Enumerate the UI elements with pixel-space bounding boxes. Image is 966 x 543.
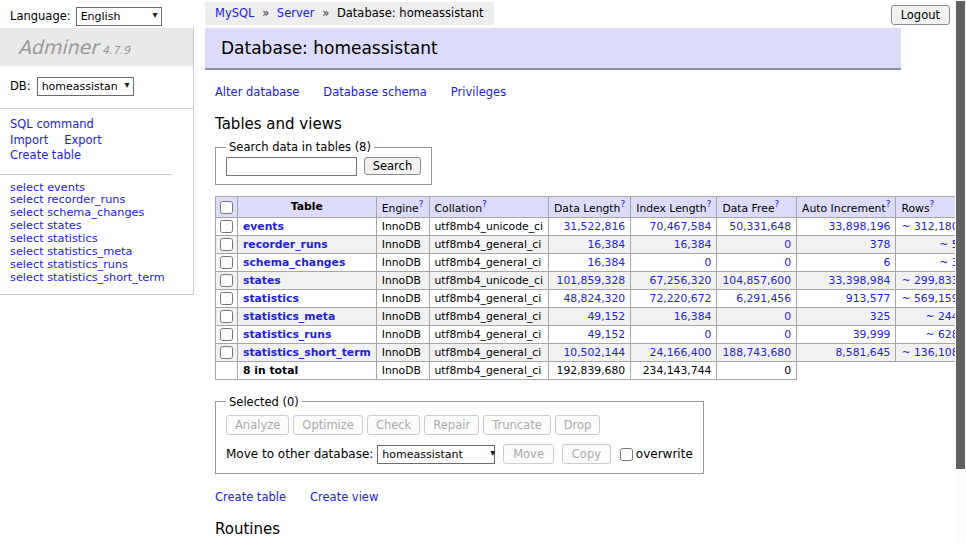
index_length-link-statistics-runs[interactable]: 0 (705, 328, 712, 341)
auto_increment-link-recorder-runs[interactable]: 378 (870, 238, 891, 251)
data_length-link-statistics[interactable]: 48,824,320 (563, 292, 625, 305)
auto_increment-link-states[interactable]: 33,398,984 (829, 274, 891, 287)
data_free-link-statistics-short-term[interactable]: 188,743,680 (722, 346, 791, 359)
overwrite-checkbox[interactable] (620, 448, 633, 461)
data_length-link-states[interactable]: 101,859,328 (557, 274, 626, 287)
search-input[interactable] (226, 157, 357, 176)
name-link-events[interactable]: events (243, 220, 284, 233)
data_length-link-statistics-short-term[interactable]: 10,502,144 (563, 346, 625, 359)
check-button[interactable]: Check (367, 415, 420, 435)
row-checkbox-states[interactable] (220, 274, 233, 287)
row-checkbox-cell (216, 217, 238, 235)
rows-link-events[interactable]: ~ 312,180 (901, 220, 958, 233)
select-all-checkbox[interactable] (220, 201, 233, 214)
index_length-link-events[interactable]: 70,467,584 (650, 220, 712, 233)
rows-link-statistics[interactable]: ~ 569,159 (901, 292, 958, 305)
table-row: eventsInnoDButf8mb4_unicode_ci31,522,816… (216, 217, 966, 235)
action-link-alter-database[interactable]: Alter database (215, 85, 299, 99)
data_free-link-states[interactable]: 104,857,600 (722, 274, 791, 287)
data_length-link-recorder-runs[interactable]: 16,384 (587, 238, 625, 251)
auto_increment-link-statistics[interactable]: 913,577 (846, 292, 891, 305)
search-button[interactable]: Search (364, 157, 422, 175)
index_length-link-statistics-short-term[interactable]: 24,166,400 (650, 346, 712, 359)
auto_increment-link-statistics-runs[interactable]: 39,999 (853, 328, 891, 341)
rows-link-statistics-short-term[interactable]: ~ 136,108 (901, 346, 958, 359)
rows-link-states[interactable]: ~ 299,833 (901, 274, 958, 287)
data_free-link-schema-changes[interactable]: 0 (784, 256, 791, 269)
index_length-cell: 16,384 (631, 235, 717, 253)
language-select[interactable]: English (76, 7, 162, 26)
column-help-link-auto-increment[interactable]: ? (886, 199, 891, 209)
create-link-create-table[interactable]: Create table (215, 490, 286, 504)
data_free-link-statistics[interactable]: 6,291,456 (736, 292, 791, 305)
row-checkbox-events[interactable] (220, 220, 233, 233)
data_length-link-events[interactable]: 31,522,816 (563, 220, 625, 233)
index_length-link-recorder-runs[interactable]: 16,384 (674, 238, 712, 251)
breadcrumb-server[interactable]: Server (277, 6, 315, 20)
analyze-button[interactable]: Analyze (226, 415, 289, 435)
name-link-statistics-short-term[interactable]: statistics_short_term (243, 346, 371, 359)
name-link-statistics-runs[interactable]: statistics_runs (243, 328, 331, 341)
sidebar-link-select-statistics-runs[interactable]: select statistics_runs (10, 259, 183, 272)
data_free-link-recorder-runs[interactable]: 0 (784, 238, 791, 251)
row-checkbox-statistics-meta[interactable] (220, 310, 233, 323)
name-link-statistics-meta[interactable]: statistics_meta (243, 310, 335, 323)
sidebar-link-select-statistics-short-term[interactable]: select statistics_short_term (10, 272, 183, 285)
rows-link-statistics-runs[interactable]: ~ 628 (925, 328, 958, 341)
action-link-privileges[interactable]: Privileges (451, 85, 506, 99)
data_free-link-events[interactable]: 50,331,648 (729, 220, 791, 233)
create-link-create-view[interactable]: Create view (310, 490, 378, 504)
action-link-database-schema[interactable]: Database schema (323, 85, 426, 99)
data_length-link-schema-changes[interactable]: 16,384 (587, 256, 625, 269)
column-help-link-engine[interactable]: ? (419, 199, 424, 209)
auto_increment-link-statistics-short-term[interactable]: 8,581,645 (835, 346, 890, 359)
index_length-link-statistics[interactable]: 72,220,672 (650, 292, 712, 305)
breadcrumb-mysql[interactable]: MySQL (215, 6, 255, 20)
column-help-link-collation[interactable]: ? (482, 199, 487, 209)
rows-link-statistics-meta[interactable]: ~ 244 (925, 310, 958, 323)
data_free-link-statistics-meta[interactable]: 0 (784, 310, 791, 323)
index_length-link-schema-changes[interactable]: 0 (705, 256, 712, 269)
overwrite-label[interactable]: overwrite (636, 447, 693, 461)
data_length-link-statistics-runs[interactable]: 49,152 (587, 328, 625, 341)
scrollbar-thumb[interactable] (956, 1, 965, 469)
sidebar-link-import[interactable]: Import (10, 133, 48, 149)
name-link-states[interactable]: states (243, 274, 281, 287)
row-checkbox-statistics-runs[interactable] (220, 328, 233, 341)
repair-button[interactable]: Repair (424, 415, 479, 435)
truncate-button[interactable]: Truncate (483, 415, 551, 435)
name-link-statistics[interactable]: statistics (243, 292, 299, 305)
scrollbar-track[interactable] (955, 0, 966, 543)
table-row: schema_changesInnoDButf8mb4_general_ci16… (216, 253, 966, 271)
row-checkbox-recorder-runs[interactable] (220, 238, 233, 251)
auto_increment-cell: 6 (797, 253, 896, 271)
auto_increment-link-events[interactable]: 33,898,196 (829, 220, 891, 233)
column-header-collation: Collation? (429, 197, 548, 218)
column-help-link-rows[interactable]: ? (930, 199, 935, 209)
row-checkbox-statistics-short-term[interactable] (220, 346, 233, 359)
sidebar-link-export[interactable]: Export (64, 133, 102, 149)
name-link-schema-changes[interactable]: schema_changes (243, 256, 345, 269)
column-help-link-data-length[interactable]: ? (620, 199, 625, 209)
drop-button[interactable]: Drop (555, 415, 601, 435)
row-checkbox-schema-changes[interactable] (220, 256, 233, 269)
name-link-recorder-runs[interactable]: recorder_runs (243, 238, 328, 251)
logout-button[interactable]: Logout (891, 5, 950, 25)
move-db-select[interactable]: homeassistant (377, 445, 495, 464)
sidebar-link-create-table[interactable]: Create table (10, 148, 81, 164)
sidebar-link-sql-command[interactable]: SQL command (10, 117, 94, 133)
index_length-link-statistics-meta[interactable]: 16,384 (674, 310, 712, 323)
column-help-link-index-length[interactable]: ? (707, 199, 712, 209)
data_free-link-statistics-runs[interactable]: 0 (784, 328, 791, 341)
auto_increment-cell: 378 (797, 235, 896, 253)
auto_increment-link-schema-changes[interactable]: 6 (884, 256, 891, 269)
copy-button[interactable]: Copy (562, 444, 611, 464)
db-select[interactable]: homeassistant (37, 77, 134, 96)
column-help-link-data-free[interactable]: ? (775, 199, 780, 209)
move-button[interactable]: Move (503, 444, 554, 464)
index_length-link-states[interactable]: 67,256,320 (650, 274, 712, 287)
data_length-link-statistics-meta[interactable]: 49,152 (587, 310, 625, 323)
row-checkbox-statistics[interactable] (220, 292, 233, 305)
auto_increment-link-statistics-meta[interactable]: 325 (870, 310, 891, 323)
optimize-button[interactable]: Optimize (293, 415, 363, 435)
